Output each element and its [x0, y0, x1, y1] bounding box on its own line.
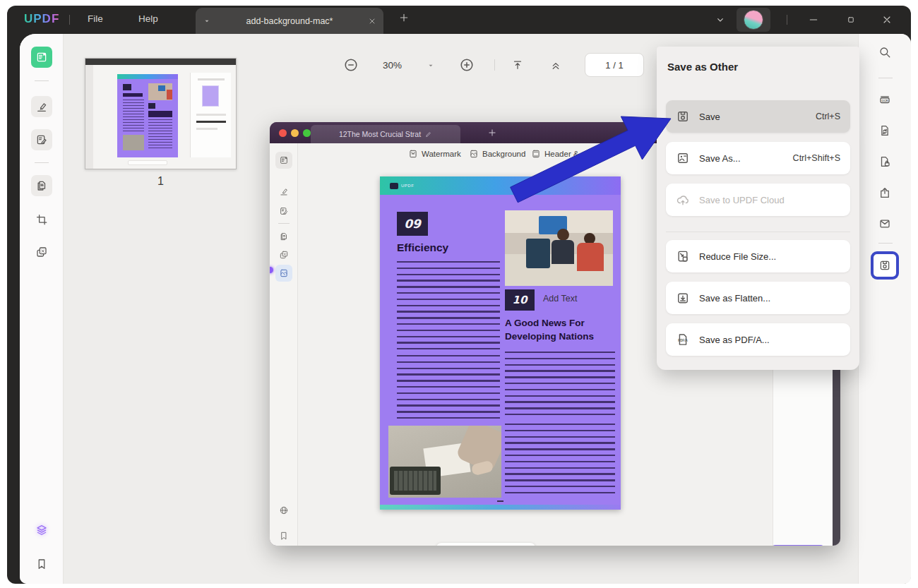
- pdfa-icon: PDF/A: [676, 332, 690, 347]
- thumb-right-panel: [190, 73, 231, 157]
- sidebar-item-annotate[interactable]: [31, 96, 52, 117]
- page-thumbnail[interactable]: [85, 58, 237, 169]
- mac-sidebar-reader[interactable]: [275, 152, 292, 169]
- sidebar-item-search[interactable]: [876, 43, 894, 61]
- sidebar-item-protect[interactable]: [876, 152, 894, 171]
- menu-item-save[interactable]: Save Ctrl+S: [666, 100, 850, 133]
- sidebar-item-reader[interactable]: [31, 47, 52, 68]
- toolbar-divider: [494, 59, 495, 71]
- convert-document-icon: [878, 124, 891, 137]
- titlebar-chevron-down-icon[interactable]: [715, 14, 726, 25]
- account-button[interactable]: [737, 8, 770, 32]
- zoom-level: 30%: [383, 60, 402, 71]
- watermark-tool[interactable]: Watermark: [408, 149, 461, 159]
- updf-logo: UPDF: [24, 12, 59, 26]
- right-sidebar-divider-2: [878, 243, 893, 244]
- tab-close-icon[interactable]: [368, 17, 376, 25]
- sidebar-item-email[interactable]: [876, 215, 894, 233]
- mac-sidebar-background-active[interactable]: [275, 265, 292, 282]
- thumbnail-page-number: 1: [85, 175, 237, 188]
- svg-text:OCR: OCR: [882, 99, 888, 102]
- document-tab[interactable]: add-background-mac*: [196, 8, 383, 34]
- sidebar-item-bookmark[interactable]: [31, 553, 52, 575]
- maximize-icon[interactable]: [846, 15, 856, 25]
- mac-close-light[interactable]: [279, 129, 287, 137]
- mac-sidebar-bookmark[interactable]: [275, 527, 292, 544]
- double-chevron-up-icon[interactable]: [549, 59, 562, 71]
- mac-sidebar-convert[interactable]: [275, 246, 292, 263]
- sidebar-item-save-active[interactable]: [871, 251, 899, 280]
- right-sidebar-divider: [878, 78, 893, 78]
- document-lock-icon: [878, 155, 891, 168]
- left-sidebar: [20, 34, 64, 584]
- zoom-in-icon[interactable]: [459, 57, 475, 73]
- menu-item-save-as-label: Save As...: [699, 153, 784, 164]
- svg-text:PDF/A: PDF/A: [678, 339, 688, 342]
- zoom-caret-down-icon[interactable]: [427, 61, 435, 70]
- menu-file[interactable]: File: [88, 13, 103, 24]
- callout-arrow: [501, 97, 685, 214]
- sidebar-item-layers[interactable]: [31, 520, 52, 541]
- pages-icon: [35, 179, 48, 192]
- sidebar-item-convert[interactable]: [876, 121, 894, 140]
- sidebar-item-edit[interactable]: [31, 129, 52, 150]
- mac-background-active-icon: [279, 268, 289, 278]
- titlebar: UPDF File Help add-background-mac*: [7, 6, 911, 34]
- sidebar-item-ocr[interactable]: OCR: [876, 90, 894, 109]
- mac-zoom-light[interactable]: [303, 129, 311, 137]
- minimize-icon[interactable]: [808, 14, 819, 25]
- close-icon[interactable]: [881, 14, 893, 25]
- menu-item-save-as[interactable]: Save As... Ctrl+Shift+S: [666, 142, 850, 174]
- screenshot-root: UPDF File Help add-background-mac*: [0, 0, 918, 588]
- sidebar-divider-2: [35, 162, 49, 163]
- menu-item-reduce-file-size[interactable]: Reduce File Size...: [666, 240, 850, 272]
- mac-highlighter-icon: [279, 186, 289, 196]
- mac-pager: 9 / 14: [436, 543, 535, 546]
- share-icon: [878, 186, 891, 199]
- menu-item-save-as-flatten[interactable]: Save as Flatten...: [666, 282, 850, 314]
- sidebar-divider: [35, 80, 49, 81]
- apply-save-button[interactable]: Save: [771, 545, 825, 546]
- edit-document-icon: [35, 133, 48, 146]
- doc-text-block: [505, 352, 615, 419]
- menu-item-save-shortcut: Ctrl+S: [816, 112, 840, 121]
- mac-minimize-light[interactable]: [291, 129, 299, 137]
- mac-sidebar-annotate[interactable]: [275, 183, 292, 200]
- menu-help[interactable]: Help: [138, 13, 158, 24]
- sidebar-item-share[interactable]: [876, 184, 894, 202]
- new-tab-icon[interactable]: [398, 12, 410, 23]
- pdf-page[interactable]: UPDF 09 Efficiency: [380, 176, 621, 510]
- mac-new-tab-icon[interactable]: [487, 128, 497, 138]
- sidebar-item-convert-pages[interactable]: [31, 241, 52, 263]
- menu-item-save-as-pdfa[interactable]: PDF/A Save as PDF/A...: [666, 323, 850, 356]
- sidebar-item-crop[interactable]: [31, 209, 52, 230]
- mac-pages-icon: [279, 232, 289, 241]
- section-09-title: Efficiency: [397, 241, 448, 254]
- section-10-title-line1: A Good News For: [505, 318, 585, 328]
- page-indicator[interactable]: 1 / 1: [585, 53, 644, 77]
- doc-text-block: [397, 355, 500, 420]
- menu-item-save-as-shortcut: Ctrl+Shift+S: [793, 153, 840, 163]
- section-10-badge: 10: [505, 289, 535, 311]
- mac-edit-icon: [279, 206, 289, 216]
- mac-sidebar-globe[interactable]: [275, 502, 292, 519]
- add-text-label[interactable]: Add Text: [543, 294, 577, 304]
- ocr-icon: OCR: [878, 93, 891, 106]
- titlebar-divider-2: [787, 15, 787, 25]
- zoom-out-icon[interactable]: [343, 57, 359, 73]
- rename-pencil-icon[interactable]: [425, 131, 432, 138]
- mac-stack-icon: [279, 250, 289, 260]
- tab-caret-down-icon[interactable]: [203, 17, 211, 25]
- section-09-badge: 09: [397, 212, 428, 236]
- mac-document-tab[interactable]: 12The Most Crucial Strat: [311, 125, 460, 143]
- mac-sidebar-edit[interactable]: [275, 203, 292, 220]
- watermark-icon: [408, 149, 418, 159]
- mac-sidebar-pages[interactable]: [275, 228, 292, 245]
- sidebar-item-organize-pages[interactable]: [31, 175, 52, 196]
- thumb-pager: [128, 160, 167, 165]
- titlebar-divider: [69, 15, 70, 25]
- scroll-to-top-icon[interactable]: [511, 59, 524, 71]
- layers-icon: [35, 524, 48, 536]
- highlighter-icon: [35, 100, 48, 113]
- background-icon: [469, 149, 479, 159]
